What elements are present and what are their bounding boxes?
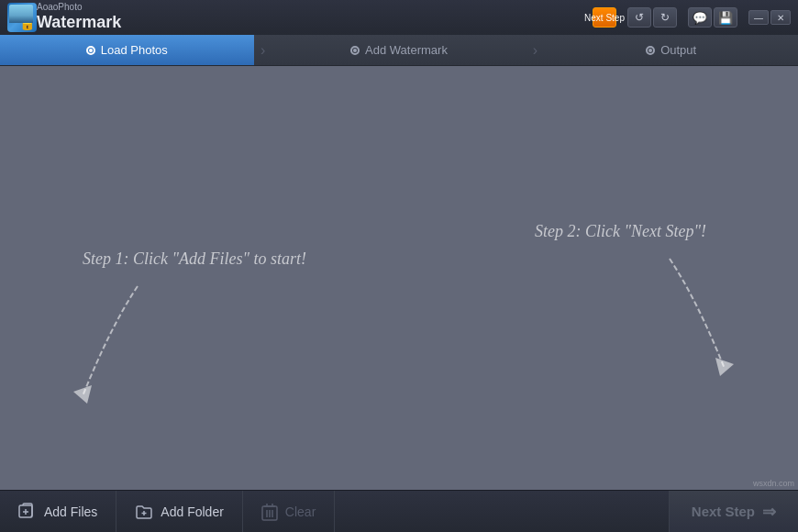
close-icon: ✕ xyxy=(777,13,784,23)
step-bar: Load Photos › Add Watermark › Output xyxy=(0,35,798,66)
undo-button[interactable]: ↺ xyxy=(627,7,651,28)
comment-button[interactable]: 💬 xyxy=(688,7,712,28)
history-group: ↺ ↻ xyxy=(627,7,677,28)
step-arrow-2: › xyxy=(526,35,544,65)
svg-marker-1 xyxy=(715,358,734,376)
watermark-credit: wsxdn.com xyxy=(753,479,794,488)
step-output-label: Output xyxy=(660,43,696,57)
step-load-label: Load Photos xyxy=(101,43,168,57)
step-add-watermark[interactable]: Add Watermark xyxy=(272,35,526,65)
close-button[interactable]: ✕ xyxy=(770,10,791,25)
redo-icon: ↻ xyxy=(660,11,670,24)
window-controls: — ✕ xyxy=(748,10,791,25)
add-files-button[interactable]: Add Files xyxy=(0,491,116,532)
undo-icon: ↺ xyxy=(635,11,644,24)
instruction-2-text: Step 2: Click "Next Step"! xyxy=(535,222,706,240)
clear-label: Clear xyxy=(285,504,316,519)
bottom-toolbar: Add Files Add Folder Clear xyxy=(0,490,798,532)
step-output[interactable]: Output xyxy=(544,35,798,65)
next-step-toolbar-label: Next Step xyxy=(581,13,628,23)
next-step-button[interactable]: Next Step ⇒ xyxy=(669,491,798,532)
svg-marker-0 xyxy=(73,385,92,404)
title-bar: AoaoPhoto Watermark Next Step ↺ ↻ 💬 💾 xyxy=(0,0,798,35)
next-step-toolbar-button[interactable]: Next Step xyxy=(593,7,616,28)
redo-button[interactable]: ↻ xyxy=(653,7,677,28)
add-files-icon xyxy=(18,503,37,521)
save-button[interactable]: 💾 xyxy=(714,7,737,28)
step-arrow-1: › xyxy=(254,35,272,65)
add-folder-button[interactable]: Add Folder xyxy=(116,491,242,532)
step-load-photos[interactable]: Load Photos xyxy=(0,35,254,65)
extras-group: 💬 💾 xyxy=(688,7,737,28)
clear-icon xyxy=(261,503,278,521)
step-dot-1 xyxy=(86,46,95,55)
main-content-area: Step 1: Click "Add Files" to start! Step… xyxy=(0,66,798,490)
minimize-button[interactable]: — xyxy=(748,10,769,25)
instruction-2: Step 2: Click "Next Step"! xyxy=(535,222,706,241)
instruction-1: Step 1: Click "Add Files" to start! xyxy=(83,249,306,269)
bottom-right: Next Step ⇒ xyxy=(669,491,798,532)
comment-icon: 💬 xyxy=(693,11,707,25)
app-logo xyxy=(7,3,37,32)
step-watermark-label: Add Watermark xyxy=(365,43,448,57)
clear-button[interactable]: Clear xyxy=(243,491,335,532)
toolbar-action-group: Next Step xyxy=(593,7,616,28)
next-step-arrow-icon: ⇒ xyxy=(762,502,776,522)
next-step-label: Next Step xyxy=(692,504,755,519)
minimize-icon: — xyxy=(754,13,763,23)
arrow-2-icon xyxy=(642,249,752,378)
instruction-1-text: Step 1: Click "Add Files" to start! xyxy=(83,249,306,268)
step-dot-3 xyxy=(646,46,655,55)
add-files-label: Add Files xyxy=(44,504,97,519)
title-bar-controls: Next Step ↺ ↻ 💬 💾 — ✕ xyxy=(593,7,791,28)
save-icon: 💾 xyxy=(718,11,733,25)
step-dot-2 xyxy=(350,46,360,55)
add-folder-icon xyxy=(135,503,153,521)
add-folder-label: Add Folder xyxy=(161,504,223,519)
arrow-1-icon xyxy=(55,277,165,405)
